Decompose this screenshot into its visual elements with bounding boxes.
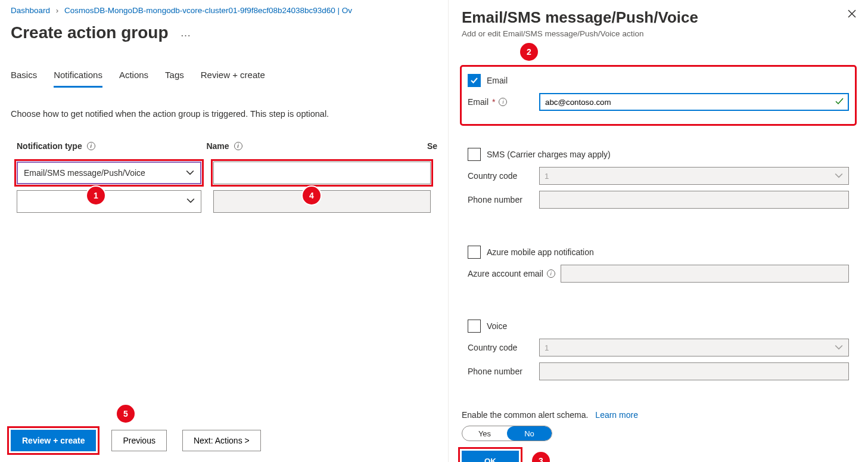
chevron-down-icon — [835, 172, 843, 180]
schema-yes[interactable]: Yes — [462, 426, 507, 441]
sms-phone-input — [539, 191, 849, 209]
notification-name-input[interactable] — [213, 162, 431, 184]
azure-account-email-input — [561, 265, 849, 283]
review-create-button[interactable]: Review + create — [11, 430, 96, 451]
info-icon[interactable]: i — [547, 269, 555, 278]
tabs: Basics Notifications Actions Tags Review… — [11, 70, 437, 88]
common-alert-schema-row: Enable the common alert schema. Learn mo… — [462, 410, 855, 441]
info-icon[interactable]: i — [87, 142, 95, 150]
annotation-badge-3: 3 — [532, 452, 550, 462]
sms-country-code-label: Country code — [468, 171, 534, 181]
ok-button[interactable]: OK — [462, 451, 519, 462]
chevron-down-icon — [186, 197, 195, 205]
notification-name-input-disabled — [213, 190, 431, 213]
panel-subtitle: Add or edit Email/SMS message/Push/Voice… — [462, 29, 855, 38]
tab-tags[interactable]: Tags — [165, 70, 184, 88]
next-actions-button[interactable]: Next: Actions > — [182, 430, 261, 451]
panel-title: Email/SMS message/Push/Voice — [462, 8, 855, 27]
breadcrumb: Dashboard › CosmosDB-MongoDB-mongodb-vco… — [11, 6, 437, 15]
annotation-badge-4: 4 — [303, 187, 321, 204]
email-checkbox-label: Email — [487, 76, 508, 85]
voice-country-code-dropdown — [539, 339, 849, 356]
schema-toggle[interactable]: Yes No — [462, 426, 552, 441]
tab-basics[interactable]: Basics — [11, 70, 37, 88]
tab-actions[interactable]: Actions — [119, 70, 148, 88]
email-input[interactable] — [539, 93, 849, 111]
sms-checkbox-label: SMS (Carrier charges may apply) — [487, 150, 611, 159]
voice-checkbox-label: Voice — [487, 321, 507, 331]
notification-type-dropdown[interactable]: Email/SMS message/Push/Voice — [17, 162, 201, 184]
chevron-right-icon: › — [56, 6, 59, 15]
info-icon[interactable]: i — [499, 98, 507, 106]
annotation-badge-1: 1 — [87, 187, 105, 204]
voice-phone-label: Phone number — [468, 367, 534, 376]
notification-type-dropdown-empty[interactable] — [17, 190, 201, 213]
column-header-selected: Se — [427, 141, 437, 151]
voice-section: Voice Country code Phone number — [462, 312, 855, 393]
checkmark-icon — [835, 97, 844, 108]
breadcrumb-dashboard[interactable]: Dashboard — [11, 6, 50, 15]
sms-section: SMS (Carrier charges may apply) Country … — [462, 141, 855, 222]
voice-checkbox[interactable] — [468, 320, 481, 333]
previous-button[interactable]: Previous — [111, 430, 166, 451]
info-icon[interactable]: i — [234, 142, 242, 150]
sms-checkbox[interactable] — [468, 148, 481, 161]
chevron-down-icon — [835, 343, 843, 352]
azure-app-section: Azure mobile app notification Azure acco… — [462, 238, 855, 296]
schema-label: Enable the common alert schema. — [462, 410, 588, 420]
schema-no[interactable]: No — [507, 426, 552, 441]
email-checkbox[interactable] — [468, 74, 481, 87]
annotation-badge-5: 5 — [117, 405, 135, 423]
sms-phone-label: Phone number — [468, 195, 534, 204]
helper-text: Choose how to get notified when the acti… — [11, 109, 437, 119]
breadcrumb-resource[interactable]: CosmosDB-MongoDB-mongodb-vcore-cluster01… — [64, 6, 352, 15]
page-title: Create action group — [11, 23, 168, 42]
azure-app-checkbox-label: Azure mobile app notification — [487, 247, 594, 257]
voice-country-code-label: Country code — [468, 343, 534, 352]
close-icon[interactable] — [848, 10, 856, 20]
voice-phone-input — [539, 362, 849, 380]
email-field-label: Email* i — [468, 97, 534, 107]
azure-account-email-label: Azure account email i — [468, 269, 556, 278]
more-commands-icon[interactable]: … — [180, 27, 191, 39]
tab-notifications[interactable]: Notifications — [54, 70, 102, 88]
email-section: Email Email* i — [462, 67, 855, 124]
sms-country-code-dropdown — [539, 167, 849, 185]
tab-review-create[interactable]: Review + create — [201, 70, 265, 88]
column-header-name: Name i — [206, 141, 415, 151]
azure-app-checkbox[interactable] — [468, 246, 481, 259]
learn-more-link[interactable]: Learn more — [595, 410, 638, 420]
chevron-down-icon — [186, 169, 194, 177]
annotation-badge-2: 2 — [520, 43, 538, 61]
column-header-type: Notification type i — [17, 141, 194, 151]
